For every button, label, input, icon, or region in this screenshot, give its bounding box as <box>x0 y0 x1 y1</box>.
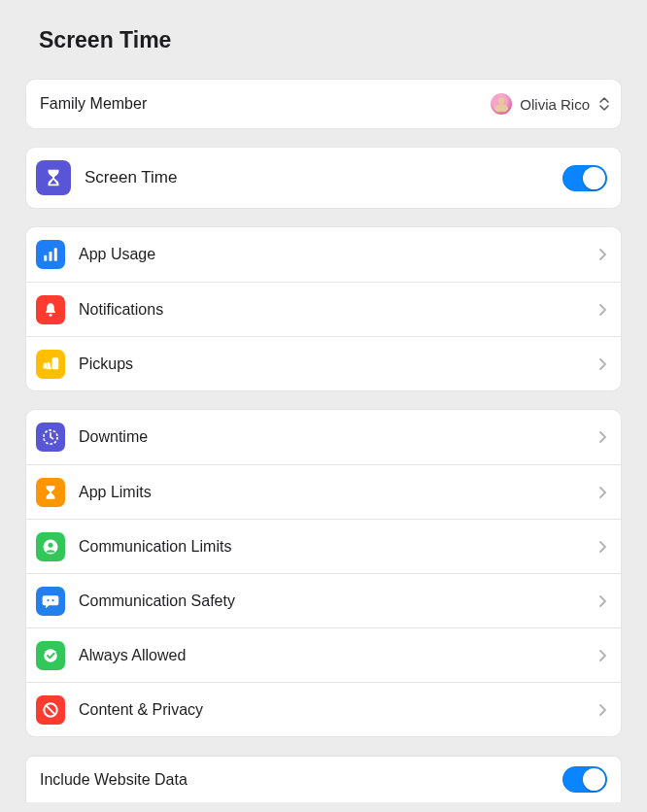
screen-time-toggle[interactable] <box>562 165 607 191</box>
hand-phone-icon <box>36 350 65 379</box>
row-label: Communication Safety <box>79 592 597 610</box>
row-label: Notifications <box>79 301 597 319</box>
usage-group: App Usage Notifications Pickups <box>25 226 622 391</box>
chevron-right-icon <box>597 594 607 608</box>
chevron-right-icon <box>597 649 607 662</box>
svg-point-3 <box>50 313 52 316</box>
hourglass-icon <box>36 478 65 507</box>
svg-rect-1 <box>50 252 52 261</box>
no-sign-icon <box>36 695 65 725</box>
person-circle-icon <box>36 532 65 561</box>
svg-rect-0 <box>44 255 47 261</box>
screen-time-toggle-row: Screen Time <box>26 148 621 208</box>
svg-point-9 <box>51 599 53 601</box>
chevron-right-icon <box>597 703 607 717</box>
svg-line-12 <box>46 705 54 714</box>
family-member-group: Family Member Olivia Rico <box>25 79 622 129</box>
row-communication-limits[interactable]: Communication Limits <box>26 519 621 573</box>
svg-rect-4 <box>52 357 59 369</box>
chevron-right-icon <box>597 486 607 499</box>
family-member-name: Olivia Rico <box>520 96 590 113</box>
family-member-label: Family Member <box>40 95 491 113</box>
family-member-row[interactable]: Family Member Olivia Rico <box>26 80 621 128</box>
clock-icon <box>36 423 65 452</box>
chevron-right-icon <box>597 540 607 554</box>
svg-point-7 <box>49 542 53 547</box>
avatar <box>491 93 512 115</box>
chevron-right-icon <box>597 357 607 371</box>
row-label: App Usage <box>79 246 597 263</box>
row-label: Content & Privacy <box>79 701 597 719</box>
chevron-right-icon <box>597 303 607 317</box>
row-pickups[interactable]: Pickups <box>26 336 621 390</box>
row-notifications[interactable]: Notifications <box>26 282 621 336</box>
row-app-limits[interactable]: App Limits <box>26 464 621 519</box>
row-label: Pickups <box>79 355 597 373</box>
svg-rect-2 <box>54 248 57 261</box>
row-label: Communication Limits <box>79 538 597 556</box>
include-website-data-label: Include Website Data <box>40 771 562 789</box>
svg-point-10 <box>44 649 57 662</box>
row-communication-safety[interactable]: Communication Safety <box>26 573 621 627</box>
chevron-right-icon <box>597 430 607 444</box>
screen-time-pane: Screen Time Family Member Olivia Rico Sc… <box>0 0 647 812</box>
include-website-data-toggle[interactable] <box>562 766 607 793</box>
row-downtime[interactable]: Downtime <box>26 410 621 464</box>
row-label: Downtime <box>79 428 597 446</box>
website-data-group: Include Website Data <box>25 755 622 802</box>
page-title: Screen Time <box>39 27 622 53</box>
row-label: Always Allowed <box>79 647 597 664</box>
svg-point-8 <box>47 599 49 601</box>
row-label: App Limits <box>79 484 597 501</box>
check-shield-icon <box>36 641 65 670</box>
screen-time-toggle-group: Screen Time <box>25 147 622 209</box>
chat-bubble-icon <box>36 587 65 616</box>
controls-group: Downtime App Limits Communication Limits <box>25 409 622 737</box>
include-website-data-row: Include Website Data <box>26 756 621 802</box>
bar-chart-icon <box>36 240 65 269</box>
select-arrows-icon <box>597 95 611 113</box>
hourglass-icon <box>36 160 71 195</box>
chevron-right-icon <box>597 248 607 261</box>
bell-icon <box>36 295 65 324</box>
row-app-usage[interactable]: App Usage <box>26 227 621 282</box>
row-always-allowed[interactable]: Always Allowed <box>26 627 621 682</box>
screen-time-label: Screen Time <box>85 168 562 187</box>
row-content-privacy[interactable]: Content & Privacy <box>26 682 621 736</box>
